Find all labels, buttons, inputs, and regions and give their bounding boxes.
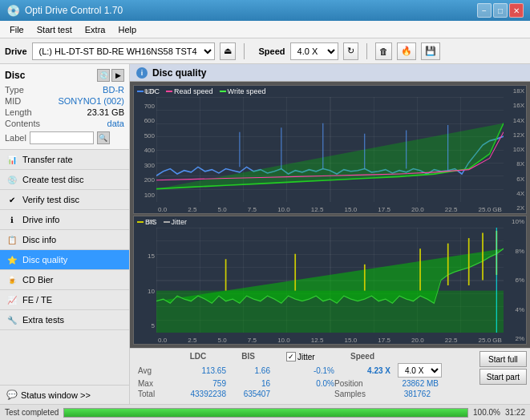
jitter-checkbox[interactable]: ✓ [286, 352, 296, 361]
speed-select[interactable]: 4.0 X [290, 42, 338, 60]
toolbar-separator-2 [366, 43, 367, 59]
sidebar-menu: 📊 Transfer rate 💿 Create test disc ✔ Ver… [0, 150, 129, 385]
menu-help[interactable]: Help [111, 23, 143, 36]
close-button[interactable]: ✕ [509, 3, 524, 18]
menu-file[interactable]: File [3, 23, 30, 36]
bottom-chart-y-axis-right: 10% 8% 6% 4% 2% [504, 216, 526, 344]
menu-start-test[interactable]: Start test [30, 23, 79, 36]
top-chart-y-axis-right: 18X 16X 14X 12X 10X 8X 6X 4X 2X [504, 86, 526, 213]
y-label-4x: 4X [505, 190, 524, 197]
menu-bar: File Start test Extra Help [0, 21, 530, 38]
jitter-checkbox-container[interactable]: ✓ Jitter [286, 352, 334, 361]
y-label-16x: 16X [505, 102, 524, 109]
position-label: Position [334, 379, 390, 388]
y-label-14x: 14X [505, 117, 524, 124]
ldc-col-header: LDC [170, 352, 226, 361]
eject-button[interactable]: ⏏ [220, 42, 236, 60]
progress-percent: 100.0% [473, 408, 500, 417]
sidebar-item-disc-info[interactable]: 📋 Disc info [0, 230, 129, 250]
sidebar-item-create-test-disc[interactable]: 💿 Create test disc [0, 170, 129, 190]
total-bis: 635407 [226, 390, 270, 398]
disc-quality-icon: ⭐ [6, 254, 18, 265]
fe-te-icon: 📈 [6, 294, 18, 305]
top-chart-legend: LDC Read speed Write speed [137, 87, 265, 95]
start-buttons: Start full Start part [479, 351, 527, 385]
progress-time: 31:22 [505, 408, 525, 417]
contents-label: Contents [5, 119, 40, 128]
max-jitter: 0.0% [286, 379, 334, 388]
disc-panel-title: Disc [5, 70, 25, 81]
y-label-5: 5 [136, 322, 155, 329]
y-label-10pct: 10% [505, 218, 524, 225]
speed-target-select[interactable]: 4.0 X [398, 363, 442, 378]
sidebar-item-drive-info[interactable]: ℹ Drive info [0, 210, 129, 230]
verify-test-disc-label: Verify test disc [22, 195, 79, 204]
ldc-color [137, 91, 144, 92]
y-label-4pct: 4% [505, 306, 524, 313]
label-input[interactable] [30, 131, 94, 144]
disc-icon-1[interactable]: 💿 [97, 69, 110, 82]
y-label-300: 300 [136, 162, 155, 169]
avg-speed-container: 4.23 X [334, 366, 390, 375]
erase-button[interactable]: 🗑 [375, 42, 392, 60]
top-chart-svg [156, 97, 504, 202]
disc-quality-label: Disc quality [22, 255, 67, 265]
cd-bier-label: CD Bier [22, 275, 54, 285]
sidebar-item-transfer-rate[interactable]: 📊 Transfer rate [0, 150, 129, 170]
write-speed-label: Write speed [228, 87, 266, 95]
chart-icon: i [136, 67, 148, 79]
samples-label: Samples [334, 390, 374, 398]
status-window-label: Status window >> [21, 390, 91, 400]
content-area: i Disc quality LDC [130, 64, 530, 404]
burn-button[interactable]: 🔥 [397, 42, 416, 60]
app-title: Opti Drive Control 1.70 [25, 5, 123, 16]
start-full-button[interactable]: Start full [479, 351, 527, 367]
bottom-chart-svg [156, 228, 504, 333]
total-ldc: 43392238 [170, 390, 226, 398]
sidebar-item-disc-quality[interactable]: ⭐ Disc quality [0, 250, 129, 270]
bottom-chart-legend: BIS Jitter [137, 218, 187, 226]
toolbar: Drive (L:) HL-DT-ST BD-RE WH16NS58 TST4 … [0, 38, 530, 64]
avg-label: Avg [138, 366, 170, 375]
avg-ldc: 113.65 [170, 366, 226, 375]
legend-bis: BIS [137, 218, 157, 226]
progress-bar-container: Test completed 100.0% 31:22 [0, 404, 530, 420]
read-speed-color [166, 91, 172, 92]
speed-label: Speed [259, 46, 285, 56]
label-search-button[interactable]: 🔍 [97, 131, 110, 144]
refresh-button[interactable]: ↻ [343, 42, 358, 60]
transfer-rate-label: Transfer rate [22, 155, 73, 164]
max-label: Max [138, 379, 170, 388]
start-part-button[interactable]: Start part [479, 369, 527, 385]
progress-bar-outer [63, 408, 468, 418]
disc-icon-2[interactable]: ▶ [111, 69, 124, 82]
type-value: BD-R [103, 85, 124, 95]
maximize-button[interactable]: □ [493, 3, 508, 18]
sidebar-item-fe-te[interactable]: 📈 FE / TE [0, 290, 129, 310]
cd-bier-icon: 🍺 [6, 274, 18, 285]
drive-info-icon: ℹ [6, 214, 18, 225]
top-chart-x-axis: 0.0 2.5 5.0 7.5 10.0 12.5 15.0 17.5 20.0… [156, 206, 504, 213]
sidebar-item-verify-test-disc[interactable]: ✔ Verify test disc [0, 190, 129, 210]
disc-info-icon: 📋 [6, 234, 18, 245]
y-label-600: 600 [136, 117, 155, 124]
y-label-12x: 12X [505, 131, 524, 139]
total-label: Total [138, 390, 170, 398]
verify-test-disc-icon: ✔ [6, 194, 18, 205]
menu-extra[interactable]: Extra [79, 23, 112, 36]
jitter-check-label: Jitter [297, 353, 315, 361]
minimize-button[interactable]: − [477, 3, 492, 18]
save-button[interactable]: 💾 [421, 42, 440, 60]
max-ldc: 759 [170, 379, 226, 388]
y-label-2pct: 2% [505, 335, 524, 342]
ldc-label: LDC [145, 87, 160, 95]
sidebar-item-extra-tests[interactable]: 🔧 Extra tests [0, 310, 129, 330]
create-test-disc-icon: 💿 [6, 174, 18, 185]
y-label-6x: 6X [505, 176, 524, 183]
y-label-8x: 8X [505, 160, 524, 168]
progress-bar-inner [64, 409, 467, 417]
legend-jitter: Jitter [164, 218, 188, 226]
sidebar-item-cd-bier[interactable]: 🍺 CD Bier [0, 270, 129, 290]
status-window[interactable]: 💬 Status window >> [0, 385, 129, 404]
drive-select[interactable]: (L:) HL-DT-ST BD-RE WH16NS58 TST4 [32, 42, 215, 60]
